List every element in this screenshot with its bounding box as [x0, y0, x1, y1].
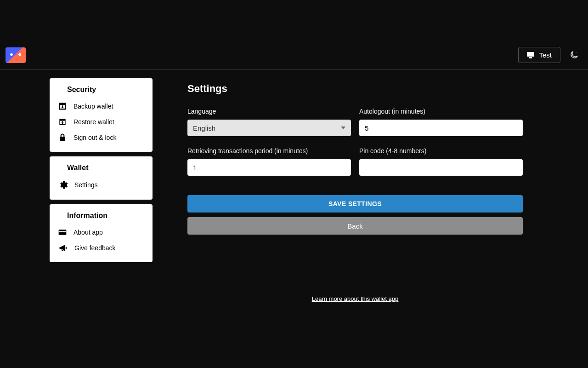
- field-pin: Pin code (4-8 numbers): [359, 147, 523, 176]
- sidebar-item-label: Backup wallet: [74, 103, 113, 110]
- megaphone-icon: [58, 243, 68, 253]
- sidebar-item-settings[interactable]: Settings: [56, 177, 146, 193]
- sidebar-section-security: Security Backup wallet Restore wallet Si…: [50, 78, 153, 152]
- lock-icon: [58, 133, 67, 142]
- monitor-icon: [527, 52, 534, 58]
- svg-rect-4: [59, 119, 65, 120]
- gear-icon: [58, 180, 68, 190]
- language-label: Language: [187, 108, 351, 115]
- sidebar-item-label: About app: [74, 229, 103, 236]
- main-panel: Settings Language English Autologout (in…: [187, 78, 523, 302]
- download-archive-icon: [58, 102, 67, 111]
- section-title-information: Information: [56, 210, 146, 224]
- svg-rect-6: [60, 137, 65, 141]
- autologout-label: Autologout (in minutes): [359, 108, 523, 115]
- app-logo[interactable]: [6, 47, 26, 63]
- retrieving-input[interactable]: [187, 159, 351, 176]
- sidebar-item-label: Restore wallet: [74, 118, 114, 126]
- back-button[interactable]: Back: [187, 217, 523, 235]
- learn-more-link[interactable]: Learn more about this wallet app: [187, 295, 523, 302]
- language-select[interactable]: English: [187, 120, 351, 136]
- language-value: English: [193, 124, 215, 132]
- page-title: Settings: [187, 83, 523, 95]
- section-title-security: Security: [56, 84, 146, 98]
- svg-rect-8: [59, 231, 67, 233]
- moon-icon[interactable]: [569, 50, 579, 60]
- autologout-input[interactable]: [359, 120, 523, 136]
- save-button[interactable]: Save Settings: [187, 195, 523, 213]
- sidebar-item-about[interactable]: About app: [56, 224, 146, 240]
- sidebar-item-feedback[interactable]: Give feedback: [56, 240, 146, 256]
- svg-rect-2: [59, 103, 65, 104]
- pin-input[interactable]: [359, 159, 523, 176]
- sidebar-item-label: Give feedback: [74, 244, 116, 252]
- sidebar: Security Backup wallet Restore wallet Si…: [50, 78, 153, 302]
- svg-rect-1: [529, 57, 532, 58]
- retrieving-label: Retrieving transactions period (in minut…: [187, 147, 351, 155]
- upload-archive-icon: [58, 117, 67, 126]
- sidebar-section-wallet: Wallet Settings: [50, 156, 153, 200]
- card-icon: [58, 228, 67, 237]
- field-language: Language English: [187, 108, 351, 136]
- field-autologout: Autologout (in minutes): [359, 108, 523, 136]
- pin-label: Pin code (4-8 numbers): [359, 147, 523, 155]
- sidebar-item-label: Settings: [74, 181, 98, 189]
- svg-rect-0: [527, 52, 534, 57]
- section-title-wallet: Wallet: [56, 162, 146, 177]
- test-button-label: Test: [539, 51, 552, 59]
- sidebar-item-restore[interactable]: Restore wallet: [56, 114, 146, 130]
- sidebar-section-information: Information About app Give feedback: [50, 204, 153, 262]
- sidebar-item-signout[interactable]: Sign out & lock: [56, 130, 146, 145]
- sidebar-item-backup[interactable]: Backup wallet: [56, 98, 146, 114]
- sidebar-item-label: Sign out & lock: [74, 134, 116, 141]
- test-button[interactable]: Test: [518, 47, 560, 63]
- field-retrieving: Retrieving transactions period (in minut…: [187, 147, 351, 176]
